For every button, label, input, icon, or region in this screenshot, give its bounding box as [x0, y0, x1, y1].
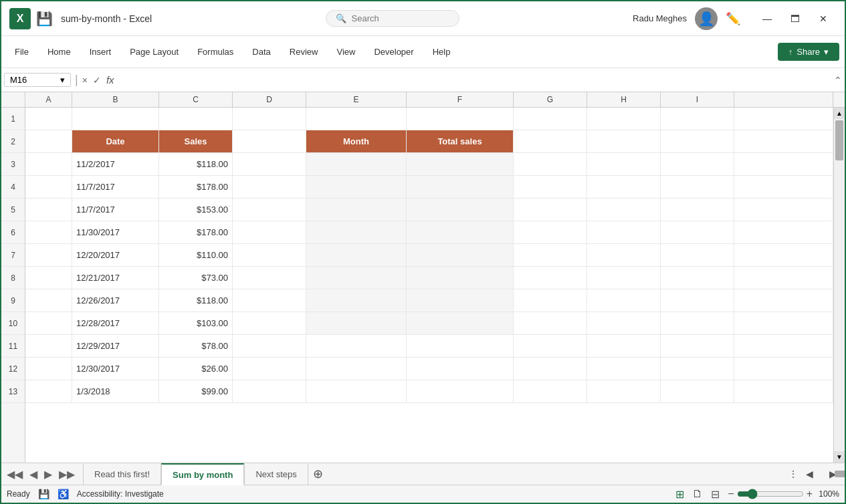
cell-h7[interactable] [587, 244, 661, 266]
col-header-g[interactable]: G [514, 92, 587, 107]
row-num-6[interactable]: 6 [1, 221, 25, 244]
cell-b3[interactable]: 11/2/2017 [72, 153, 159, 175]
cell-extra-9[interactable] [734, 289, 833, 311]
cell-f3[interactable] [407, 153, 514, 175]
cell-d12[interactable] [233, 358, 306, 380]
cell-d1[interactable] [233, 108, 306, 130]
cell-a6[interactable] [25, 221, 72, 243]
formula-input[interactable] [120, 74, 831, 86]
cell-i10[interactable] [661, 312, 734, 334]
cell-e8[interactable] [306, 267, 407, 289]
ribbon-view[interactable]: View [328, 43, 363, 61]
cell-extra-1[interactable] [734, 108, 833, 130]
cell-i4[interactable] [661, 176, 734, 198]
cell-g5[interactable] [514, 199, 587, 221]
cell-a8[interactable] [25, 267, 72, 289]
col-header-h[interactable]: H [587, 92, 661, 107]
cell-c8[interactable]: $73.00 [159, 267, 233, 289]
cell-g10[interactable] [514, 312, 587, 334]
cell-c6[interactable]: $178.00 [159, 221, 233, 243]
row-num-9[interactable]: 9 [1, 289, 25, 312]
cell-c5[interactable]: $153.00 [159, 199, 233, 221]
cell-d7[interactable] [233, 244, 306, 266]
col-header-a[interactable]: A [25, 92, 72, 107]
cell-d2[interactable] [233, 130, 306, 152]
cell-c13[interactable]: $99.00 [159, 380, 233, 402]
cell-g13[interactable] [514, 380, 587, 402]
cell-b2[interactable]: Date [72, 130, 159, 152]
confirm-formula-button[interactable]: ✓ [93, 75, 101, 86]
cell-b6[interactable]: 11/30/2017 [72, 221, 159, 243]
cell-b1[interactable] [72, 108, 159, 130]
cell-f7[interactable] [407, 244, 514, 266]
cell-f13[interactable] [407, 380, 514, 402]
share-button[interactable]: ↑ Share ▾ [778, 43, 839, 61]
cell-d5[interactable] [233, 199, 306, 221]
scroll-down-button[interactable]: ▼ [834, 451, 845, 463]
cell-c9[interactable]: $118.00 [159, 289, 233, 311]
row-num-10[interactable]: 10 [1, 312, 25, 335]
cell-extra-6[interactable] [734, 221, 833, 243]
cell-h8[interactable] [587, 267, 661, 289]
row-num-13[interactable]: 13 [1, 380, 25, 403]
cell-extra-2[interactable] [734, 130, 833, 152]
col-header-e[interactable]: E [306, 92, 407, 107]
cell-f2[interactable]: Total sales [407, 130, 514, 152]
cell-d13[interactable] [233, 380, 306, 402]
formula-expand-button[interactable]: ⌃ [834, 75, 842, 86]
cell-a7[interactable] [25, 244, 72, 266]
cell-c2[interactable]: Sales [159, 130, 233, 152]
save-status-icon[interactable]: 💾 [38, 489, 49, 499]
cell-h12[interactable] [587, 358, 661, 380]
cell-b4[interactable]: 11/7/2017 [72, 176, 159, 198]
cell-d4[interactable] [233, 176, 306, 198]
cell-e3[interactable] [306, 153, 407, 175]
search-box[interactable]: 🔍 [326, 10, 459, 27]
cell-extra-12[interactable] [734, 358, 833, 380]
cell-h1[interactable] [587, 108, 661, 130]
cell-e7[interactable] [306, 244, 407, 266]
scroll-track[interactable] [834, 119, 845, 451]
cell-a2[interactable] [25, 130, 72, 152]
cell-e12[interactable] [306, 358, 407, 380]
col-header-b[interactable]: B [72, 92, 159, 107]
cell-a12[interactable] [25, 358, 72, 380]
cell-i9[interactable] [661, 289, 734, 311]
zoom-slider[interactable] [737, 489, 804, 499]
cell-c1[interactable] [159, 108, 233, 130]
minimize-button[interactable]: — [754, 9, 780, 29]
cell-h6[interactable] [587, 221, 661, 243]
cell-extra-13[interactable] [734, 380, 833, 402]
cell-extra-7[interactable] [734, 244, 833, 266]
cancel-formula-button[interactable]: × [82, 75, 88, 86]
row-num-3[interactable]: 3 [1, 153, 25, 176]
col-header-d[interactable]: D [233, 92, 306, 107]
cell-f8[interactable] [407, 267, 514, 289]
cell-c10[interactable]: $103.00 [159, 312, 233, 334]
cell-d6[interactable] [233, 221, 306, 243]
cell-f4[interactable] [407, 176, 514, 198]
cell-g8[interactable] [514, 267, 587, 289]
ribbon-review[interactable]: Review [282, 43, 326, 61]
row-num-5[interactable]: 5 [1, 199, 25, 221]
cell-i3[interactable] [661, 153, 734, 175]
cell-b13[interactable]: 1/3/2018 [72, 380, 159, 402]
cell-c3[interactable]: $118.00 [159, 153, 233, 175]
cell-extra-11[interactable] [734, 335, 833, 357]
cell-h11[interactable] [587, 335, 661, 357]
zoom-in-button[interactable]: + [807, 488, 813, 500]
h-scroll-thumb[interactable] [835, 471, 845, 477]
cell-a4[interactable] [25, 176, 72, 198]
cell-b5[interactable]: 11/7/2017 [72, 199, 159, 221]
cell-b12[interactable]: 12/30/2017 [72, 358, 159, 380]
cell-a10[interactable] [25, 312, 72, 334]
cell-h2[interactable] [587, 130, 661, 152]
cell-d8[interactable] [233, 267, 306, 289]
row-num-4[interactable]: 4 [1, 176, 25, 199]
row-num-12[interactable]: 12 [1, 358, 25, 380]
cell-a3[interactable] [25, 153, 72, 175]
cell-g7[interactable] [514, 244, 587, 266]
cell-e1[interactable] [306, 108, 407, 130]
page-layout-view-button[interactable]: 🗋 [690, 487, 706, 502]
cell-i11[interactable] [661, 335, 734, 357]
